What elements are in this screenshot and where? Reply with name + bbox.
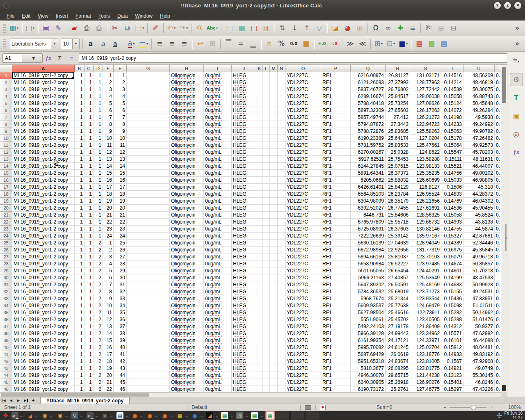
cell-F2[interactable]: 2 xyxy=(114,79,127,86)
cell-F9[interactable]: 9 xyxy=(114,128,127,135)
cell-F1[interactable]: 1 xyxy=(114,72,127,79)
cell-A11[interactable]: MI 16_0919_yor1-2 copy xyxy=(12,142,75,149)
special-character-icon[interactable]: Ω xyxy=(370,23,382,34)
cell-L20[interactable] xyxy=(263,205,270,212)
cell-F16[interactable]: 16 xyxy=(114,177,127,184)
cell-U17[interactable]: 45.318 xyxy=(463,184,495,191)
cell-D9[interactable]: 1 xyxy=(94,128,103,135)
cell-C24[interactable]: 1 xyxy=(84,233,94,240)
cell-F34[interactable]: 34 xyxy=(114,302,127,309)
cell-D40[interactable]: 2 xyxy=(94,344,103,351)
cell-H21[interactable]: Oligomycin xyxy=(170,212,204,219)
cell-I23[interactable]: 0ug/mL xyxy=(204,226,232,233)
name-box[interactable]: A1 ▼ xyxy=(2,53,43,63)
cell-D46[interactable]: 2 xyxy=(94,386,103,393)
vertical-scrollbar[interactable]: ▸ xyxy=(501,65,507,392)
menu-format[interactable]: Format xyxy=(72,12,94,20)
cell-O24[interactable]: YDL227C xyxy=(285,233,321,240)
cell-C45[interactable]: 1 xyxy=(84,379,94,386)
taskbar-item-blue-sphere-app[interactable]: ●... xyxy=(190,411,205,420)
cell-T20[interactable]: 0.14536 xyxy=(441,205,463,212)
cell-R23[interactable]: 26.37603 xyxy=(386,226,410,233)
row-header-32[interactable]: 32 xyxy=(0,288,12,295)
cell-E39[interactable]: 15 xyxy=(103,337,114,344)
cell-P16[interactable]: RF1 xyxy=(321,177,351,184)
cell-M31[interactable] xyxy=(270,281,278,288)
cell-I25[interactable]: 0ug/mL xyxy=(204,240,232,247)
cell-K16[interactable] xyxy=(256,177,263,184)
dropdown-arrow-icon[interactable]: ▾ xyxy=(146,42,148,46)
cell-T44[interactable]: 0.13123 xyxy=(441,372,463,379)
cell-A16[interactable]: MI 16_0919_yor1-2 copy xyxy=(12,177,75,184)
cell-Q33[interactable]: 5968.7674 xyxy=(351,295,386,302)
zoom-slider-knob[interactable] xyxy=(471,405,476,410)
cell-R34[interactable]: 25.77638 xyxy=(386,302,410,309)
cell-N33[interactable] xyxy=(278,295,285,302)
cell-V46[interactable]: 0. xyxy=(495,386,501,393)
cell-N11[interactable] xyxy=(278,142,285,149)
cell-R42[interactable]: 24.83674 xyxy=(386,358,410,365)
cell-L6[interactable] xyxy=(263,107,270,114)
cell-N34[interactable] xyxy=(278,302,285,309)
cell-A20[interactable]: MI 16_0919_yor1-2 copy xyxy=(12,205,75,212)
cell-J17[interactable]: HLEG xyxy=(232,184,256,191)
cell-L36[interactable] xyxy=(263,316,270,323)
cell-R35[interactable]: 25.46616 xyxy=(386,309,410,316)
cell-C40[interactable]: 1 xyxy=(84,344,94,351)
cell-Q28[interactable]: 5658.90984 xyxy=(351,260,386,267)
cell-G28[interactable] xyxy=(127,260,170,267)
cell-L34[interactable] xyxy=(263,302,270,309)
cell-R6[interactable]: 27.65603 xyxy=(386,107,410,114)
cell-A41[interactable]: MI 16_0919_yor1-2 copy xyxy=(12,351,75,358)
cell-K39[interactable] xyxy=(256,337,263,344)
cell-S33[interactable]: 123.93544 xyxy=(410,295,441,302)
cell-K10[interactable] xyxy=(256,135,263,142)
cell-D3[interactable]: 1 xyxy=(94,86,103,93)
cell-S18[interactable]: 126.95524 xyxy=(410,191,441,198)
cell-L24[interactable] xyxy=(263,233,270,240)
cell-D39[interactable]: 2 xyxy=(94,337,103,344)
cell-I34[interactable]: 0ug/mL xyxy=(204,302,232,309)
function-wizard-icon[interactable]: ƒx xyxy=(43,53,53,63)
cell-E36[interactable]: 12 xyxy=(103,316,114,323)
cell-L32[interactable] xyxy=(263,288,270,295)
cell-Q16[interactable]: 6205.0662 xyxy=(351,177,386,184)
cell-O33[interactable]: YDL227C xyxy=(285,295,321,302)
cell-C13[interactable]: 1 xyxy=(84,156,94,163)
cell-L12[interactable] xyxy=(263,149,270,156)
cell-K4[interactable] xyxy=(256,93,263,100)
cell-S9[interactable]: 125.58263 xyxy=(410,128,441,135)
cell-K33[interactable] xyxy=(256,295,263,302)
vertical-scrollbar-thumb[interactable] xyxy=(502,67,506,103)
print-icon[interactable]: ⎙ xyxy=(80,23,93,34)
cell-K23[interactable] xyxy=(256,226,263,233)
cell-M5[interactable] xyxy=(270,100,278,107)
cell-I1[interactable]: 0ug/mL xyxy=(204,72,232,79)
cell-F14[interactable]: 14 xyxy=(114,163,127,170)
cell-L26[interactable] xyxy=(263,247,270,253)
cell-J43[interactable]: HLEG xyxy=(232,365,256,372)
cell-E2[interactable]: 2 xyxy=(103,79,114,86)
cell-F38[interactable]: 38 xyxy=(114,330,127,337)
cell-T34[interactable]: 0.15098 xyxy=(441,302,463,309)
cell-B18[interactable]: 1 xyxy=(75,191,84,198)
zoom-slider[interactable] xyxy=(450,407,486,408)
cell-A3[interactable]: MI 16_0919_yor1-2 copy xyxy=(12,86,75,93)
cell-E9[interactable]: 9 xyxy=(103,128,114,135)
cell-T11[interactable]: 0.15064 xyxy=(441,142,463,149)
cell-N43[interactable] xyxy=(278,365,285,372)
cell-G1[interactable] xyxy=(127,72,170,79)
cell-J25[interactable]: HLEG xyxy=(232,240,256,247)
cell-I9[interactable]: 0ug/mL xyxy=(204,128,232,135)
cell-M24[interactable] xyxy=(270,233,278,240)
cell-L35[interactable] xyxy=(263,309,270,316)
cell-F24[interactable]: 24 xyxy=(114,233,127,240)
cell-A24[interactable]: MI 16_0919_yor1-2 copy xyxy=(12,233,75,240)
cell-B6[interactable]: 1 xyxy=(75,107,84,114)
cell-N22[interactable] xyxy=(278,219,285,226)
cell-O18[interactable]: YDL227C xyxy=(285,191,321,198)
cell-P44[interactable]: RF1 xyxy=(321,372,351,379)
sidebar-settings-icon[interactable]: ≡▾ xyxy=(510,55,523,67)
cell-O1[interactable]: YDL227C xyxy=(285,72,321,79)
cell-N2[interactable] xyxy=(278,79,285,86)
